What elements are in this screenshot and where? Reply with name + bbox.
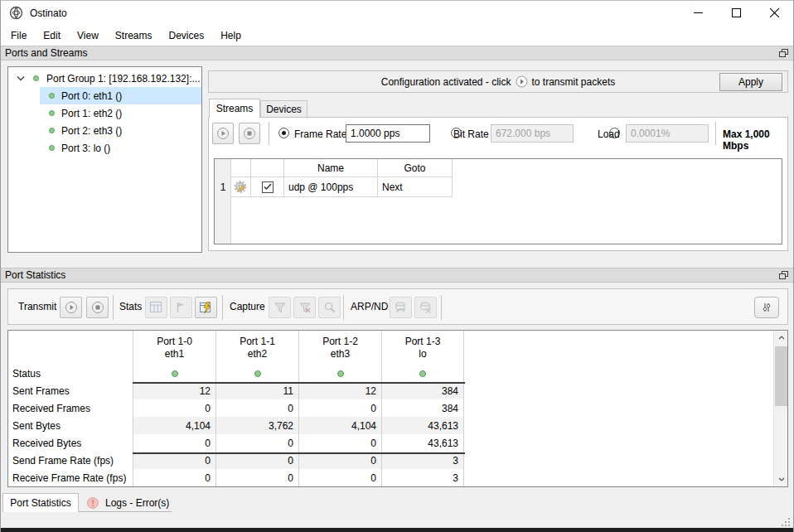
capture-stop-icon — [299, 302, 311, 313]
tree-item-port-1[interactable]: Port 1: eth2 () — [8, 104, 201, 122]
stats-row-label: Send Frame Rate (fps) — [8, 452, 133, 469]
bottom-tab-logs[interactable]: Logs - Error(s) — [79, 495, 172, 511]
stream-enable-checkbox[interactable] — [262, 181, 274, 193]
column-header-goto[interactable]: Goto — [378, 159, 453, 177]
tree-item-port-2[interactable]: Port 2: eth3 () — [8, 122, 201, 139]
port-label: Port 1: eth2 () — [61, 108, 122, 119]
stats-column-port3[interactable]: Port 1-3 lo — [381, 331, 464, 365]
ports-streams-dock-title: Ports and Streams — [5, 47, 87, 59]
tab-streams[interactable]: Streams — [209, 99, 260, 118]
tree-item-port-group[interactable]: Port Group 1: [192.168.192.132]:... — [8, 70, 201, 87]
arpnd-label: ARP/ND — [351, 301, 388, 312]
menu-edit[interactable]: Edit — [35, 27, 69, 45]
config-info-text-suffix: to transmit packets — [532, 76, 616, 88]
view-capture-button[interactable] — [318, 297, 341, 318]
port-statistics-dock-header: Port Statistics — [1, 268, 793, 283]
frame-rate-label: Frame Rate — [294, 128, 346, 140]
load-label: Load — [598, 128, 620, 140]
toolbar-separator — [113, 295, 114, 320]
resolve-neighbors-button[interactable] — [390, 297, 412, 318]
minimize-icon — [694, 8, 703, 17]
transmit-play-icon — [516, 75, 528, 88]
stats-table-icon — [150, 302, 162, 313]
streams-tab-pane: Frame Rate 1.0000 pps Bit Rate 672.000 b… — [208, 117, 788, 251]
stream-play-button[interactable] — [212, 123, 234, 144]
float-dock-button[interactable] — [777, 48, 789, 59]
app-window: Ostinato File Edit View Streams Devices … — [0, 0, 794, 532]
scroll-down-button[interactable] — [774, 472, 788, 486]
scroll-up-button[interactable] — [774, 331, 788, 345]
toolbar-separator — [343, 295, 344, 320]
chevron-down-icon — [17, 75, 25, 81]
stats-row-label: Sent Frames — [8, 382, 133, 399]
arp-resolve-icon — [395, 302, 407, 313]
toolbar-separator — [269, 122, 269, 145]
tree-item-port-3[interactable]: Port 3: lo () — [8, 139, 201, 157]
capture-funnel-icon — [274, 302, 286, 313]
stop-capture-button[interactable] — [293, 297, 316, 318]
start-transmit-button[interactable] — [60, 297, 82, 318]
frame-rate-input[interactable]: 1.0000 pps — [346, 124, 430, 143]
close-button[interactable] — [755, 1, 793, 25]
stats-row-label: Sent Bytes — [8, 417, 133, 434]
menu-streams[interactable]: Streams — [107, 27, 161, 45]
stats-settings-button[interactable] — [754, 297, 779, 318]
clear-neighbors-button[interactable] — [414, 297, 437, 318]
clear-all-stats-button[interactable] — [195, 297, 217, 318]
app-icon — [9, 6, 23, 20]
maximize-icon — [732, 8, 741, 17]
stats-row-sent-frames: Sent Frames 12 11 12 384 — [8, 382, 787, 399]
stream-stop-button[interactable] — [239, 123, 260, 144]
stop-transmit-button[interactable] — [86, 297, 109, 318]
stop-icon — [243, 127, 256, 140]
float-dock-button[interactable] — [777, 270, 789, 281]
clear-stats-button[interactable] — [170, 297, 192, 318]
port-tree: Port Group 1: [192.168.192.132]:... Port… — [7, 66, 202, 253]
scrollbar-thumb[interactable] — [775, 346, 787, 406]
stats-header-row: Port 1-0 eth1 Port 1-1 eth2 Port 1-2 eth… — [8, 331, 787, 365]
column-header-name[interactable]: Name — [284, 159, 378, 177]
config-info-text-prefix: Configuration activated - click — [381, 76, 511, 88]
status-dot — [49, 110, 55, 116]
start-capture-button[interactable] — [269, 297, 291, 318]
stats-row-status: Status — [8, 365, 787, 382]
menu-view[interactable]: View — [69, 27, 107, 45]
table-section-divider — [133, 452, 465, 454]
stats-column-port1[interactable]: Port 1-1 eth2 — [215, 331, 298, 365]
minimize-button[interactable] — [679, 1, 717, 25]
menu-file[interactable]: File — [2, 27, 35, 45]
tab-devices[interactable]: Devices — [260, 100, 307, 118]
stats-vertical-scrollbar[interactable] — [773, 331, 787, 486]
flag-icon — [176, 302, 186, 313]
arp-clear-icon — [419, 302, 432, 313]
table-section-divider — [133, 382, 465, 384]
view-detailed-stats-button[interactable] — [145, 297, 167, 318]
stats-row-label: Status — [8, 365, 133, 382]
stats-row-sent-bytes: Sent Bytes 4,104 3,762 4,104 43,613 — [8, 417, 787, 434]
bit-rate-input[interactable]: 672.000 bps — [491, 124, 574, 143]
toolbar-separator — [715, 122, 716, 145]
port-statistics-dock-title: Port Statistics — [5, 269, 65, 281]
ports-streams-dock-header: Ports and Streams — [1, 46, 793, 60]
load-input[interactable]: 0.0001% — [626, 124, 709, 143]
port-status-dot — [172, 370, 178, 377]
magnifier-icon — [324, 302, 336, 313]
port-label: Port 2: eth3 () — [61, 125, 122, 137]
resize-grip[interactable] — [780, 516, 790, 526]
tree-item-port-0[interactable]: Port 0: eth1 () — [8, 87, 201, 104]
maximize-button[interactable] — [717, 1, 755, 25]
bottom-tab-port-statistics[interactable]: Port Statistics — [2, 493, 79, 512]
sliders-icon — [762, 302, 772, 312]
stop-icon — [91, 301, 104, 314]
stats-row-receive-frame-rate: Receive Frame Rate (fps) 0 0 0 3 — [8, 469, 787, 486]
status-dot — [49, 145, 55, 151]
apply-button[interactable]: Apply — [719, 73, 782, 91]
menu-help[interactable]: Help — [212, 27, 249, 45]
stream-row[interactable]: udp @ 100pps Next — [231, 177, 453, 197]
stats-column-port0[interactable]: Port 1-0 eth1 — [133, 331, 215, 365]
menu-devices[interactable]: Devices — [161, 27, 213, 45]
frame-rate-radio[interactable] — [278, 128, 289, 138]
stats-column-port2[interactable]: Port 1-2 eth3 — [298, 331, 381, 365]
stats-row-label: Received Frames — [8, 399, 133, 417]
stream-gear-edit-icon — [234, 180, 248, 194]
